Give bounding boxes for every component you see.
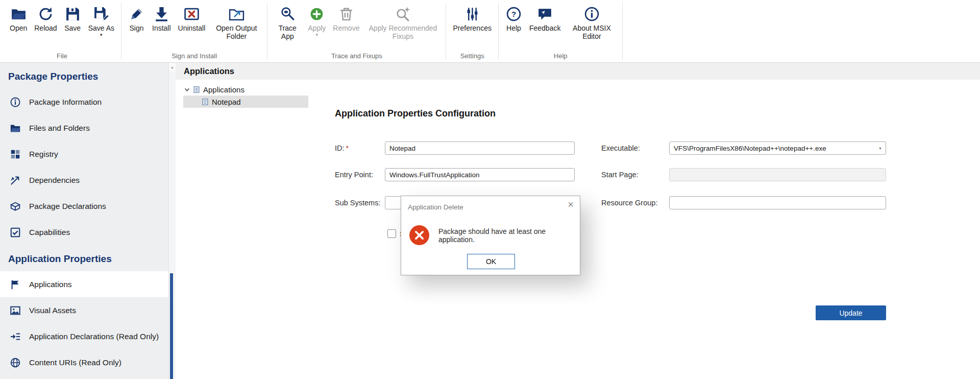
sidebar-item-package-information[interactable]: Package Information <box>0 89 168 115</box>
sidebar-item-registry[interactable]: Registry <box>0 141 168 167</box>
tree-item-label: Notepad <box>212 98 241 106</box>
uninstall-button-label: Uninstall <box>178 24 206 32</box>
ribbon-group-help-buttons: ? Help Feedback About MSIX Editor <box>499 0 622 51</box>
sidebar-item-application-declarations[interactable]: Application Declarations (Read Only) <box>0 323 168 349</box>
close-icon[interactable]: × <box>568 199 574 209</box>
apply-button: Apply ▼ <box>304 4 329 37</box>
scroll-up-arrow-icon[interactable]: ▲ <box>169 63 176 72</box>
sidebar-item-label: Dependencies <box>29 176 80 185</box>
tree-item-notepad[interactable]: Notepad <box>183 96 308 108</box>
sidebar-item-label: Package Declarations <box>29 202 106 211</box>
entry-point-label: Entry Point: <box>335 168 373 181</box>
save-as-button[interactable]: Save As ▼ <box>85 4 118 37</box>
ribbon-group-file-buttons: Open Reload Save <box>3 0 121 51</box>
sidebar-item-capabilities[interactable]: Capabilities <box>0 219 168 245</box>
ribbon-group-trace-fixups-label: Trace and Fixups <box>267 51 446 62</box>
globe-icon <box>9 357 21 369</box>
tree-item-applications[interactable]: Applications <box>183 83 308 96</box>
sign-button[interactable]: Sign <box>125 4 149 32</box>
tree-expander-chevron-down-icon[interactable] <box>184 87 190 92</box>
open-output-folder-button[interactable]: Open Output Folder <box>209 4 264 40</box>
remove-button: Remove <box>329 4 363 32</box>
ok-button[interactable]: OK <box>467 254 515 269</box>
ribbon-group-trace-fixups: Trace App Apply ▼ Remove <box>267 0 446 62</box>
feedback-button-label: Feedback <box>529 24 560 32</box>
apply-recommended-fixups-icon <box>395 4 411 24</box>
ribbon-group-settings: Preferences Settings <box>446 0 498 62</box>
uninstall-button[interactable]: Uninstall <box>175 4 209 32</box>
sidebar-section-application-properties: Application Properties <box>0 245 168 271</box>
executable-combobox[interactable]: VFS\ProgramFilesX86\Notepad++\notepad++.… <box>669 141 886 155</box>
sidebar-item-applications[interactable]: Applications <box>0 271 168 297</box>
sidebar-item-label: Capabilities <box>29 228 70 237</box>
start-page-input <box>669 168 886 181</box>
sidebar-item-label: Registry <box>29 150 58 159</box>
workspace: Package Properties Package Information F… <box>0 63 980 379</box>
reload-button[interactable]: Reload <box>31 4 60 32</box>
about-msix-editor-button[interactable]: About MSIX Editor <box>564 4 619 40</box>
sidebar-item-visual-assets[interactable]: Visual Assets <box>0 297 168 323</box>
ribbon-group-help-label: Help <box>499 51 622 62</box>
resource-group-input[interactable] <box>669 196 886 209</box>
sidebar-item-dependencies[interactable]: Dependencies <box>0 167 168 193</box>
dialog-title: Application Delete <box>408 203 463 211</box>
sidebar-item-content-uris[interactable]: Content URIs (Read Only) <box>0 349 168 375</box>
sub-systems-label: Sub Systems: <box>335 196 380 209</box>
sidebar-item-files-and-folders[interactable]: Files and Folders <box>0 115 168 141</box>
open-output-folder-icon <box>228 4 245 24</box>
folder-icon <box>9 122 21 134</box>
main-content: Applications Applications <box>176 63 980 379</box>
feedback-button[interactable]: Feedback <box>526 4 564 32</box>
sidebar: Package Properties Package Information F… <box>0 63 168 379</box>
sign-button-label: Sign <box>129 24 143 32</box>
resource-group-label: Resource Group: <box>601 196 657 209</box>
open-button-label: Open <box>10 24 27 32</box>
ribbon-group-file-label: File <box>3 51 121 62</box>
content-header-title: Applications <box>184 66 234 76</box>
form-title: Application Properties Configuration <box>335 108 496 119</box>
scrollbar-thumb[interactable] <box>170 273 173 379</box>
help-button[interactable]: ? Help <box>502 4 526 32</box>
id-input[interactable] <box>385 141 575 155</box>
sidebar-item-package-declarations[interactable]: Package Declarations <box>0 193 168 219</box>
about-msix-editor-button-label: About MSIX Editor <box>568 24 616 40</box>
install-button[interactable]: Install <box>149 4 175 32</box>
sidebar-scrollbar[interactable]: ▲ <box>168 63 176 379</box>
combo-chevron-down-icon[interactable]: ▼ <box>878 147 882 150</box>
applications-flag-icon <box>9 278 21 291</box>
feedback-icon <box>536 4 553 24</box>
update-button[interactable]: Update <box>816 305 886 320</box>
tree-item-label: Applications <box>203 85 244 94</box>
sidebar-item-label: Files and Folders <box>29 124 90 133</box>
open-icon <box>10 4 27 24</box>
msix-editor-window: Open Reload Save <box>0 0 980 379</box>
ribbon-group-trace-fixups-buttons: Trace App Apply ▼ Remove <box>267 0 446 51</box>
entry-point-input[interactable] <box>385 168 575 181</box>
apply-icon <box>308 4 325 24</box>
reload-button-label: Reload <box>34 24 57 32</box>
save-as-button-label: Save As <box>88 24 114 32</box>
chevron-down-icon: ▼ <box>99 33 103 37</box>
sidebar-item-label: Content URIs (Read Only) <box>29 358 121 367</box>
declarations-list-icon <box>9 330 21 343</box>
required-asterisk: * <box>346 144 349 152</box>
remove-icon <box>338 4 355 24</box>
open-button[interactable]: Open <box>6 4 31 32</box>
image-icon <box>9 304 21 317</box>
trace-app-button[interactable]: Trace App <box>271 4 304 40</box>
open-output-folder-button-label: Open Output Folder <box>212 24 260 40</box>
document-icon <box>202 98 209 106</box>
apply-button-label: Apply <box>308 24 326 32</box>
ribbon-group-file: Open Reload Save <box>3 0 121 62</box>
ribbon: Open Reload Save <box>0 0 980 63</box>
ribbon-separator <box>622 3 623 60</box>
preferences-button[interactable]: Preferences <box>449 4 495 32</box>
save-button-label: Save <box>64 24 81 32</box>
trace-app-button-label: Trace App <box>274 24 301 40</box>
sub-option-checkbox[interactable] <box>387 229 396 238</box>
sidebar-item-label: Package Information <box>29 98 102 107</box>
help-button-label: Help <box>506 24 521 32</box>
save-button[interactable]: Save <box>61 4 85 32</box>
apply-recommended-fixups-button-label: Apply Recommended Fixups <box>366 24 439 40</box>
application-delete-dialog: Application Delete × Package should have… <box>401 196 580 275</box>
